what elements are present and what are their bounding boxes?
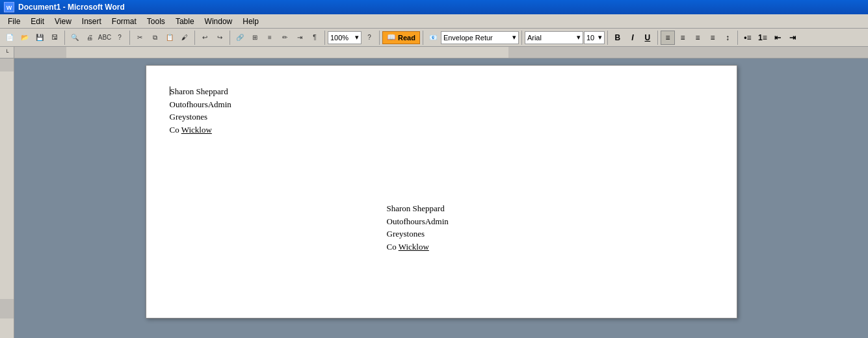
zoom-box[interactable]: 100% ▾ <box>328 31 362 44</box>
sep11 <box>737 31 738 45</box>
sep3 <box>194 31 195 45</box>
sep9 <box>607 31 608 45</box>
return-wicklow: Wicklow <box>181 125 212 135</box>
delivery-line3: Greystones <box>387 228 449 240</box>
main-area: Sharon Sheppard OutofhoursAdmin Greyston… <box>0 58 868 338</box>
sep2 <box>129 31 130 45</box>
return-line1: Sharon Sheppard <box>170 85 231 98</box>
menu-edit[interactable]: Edit <box>25 16 49 27</box>
menu-insert[interactable]: Insert <box>77 16 107 27</box>
show-formatting-button[interactable]: ¶ <box>308 31 322 45</box>
font-dropdown-icon[interactable]: ▾ <box>577 33 581 42</box>
return-line3: Greystones <box>170 110 231 124</box>
envelope-return-text: Envelope Retur <box>443 34 493 42</box>
align-right-button[interactable]: ≡ <box>690 31 705 45</box>
title-bar: W Document1 - Microsoft Word <box>0 0 868 14</box>
justify-button[interactable]: ≡ <box>705 31 720 45</box>
print-preview-button[interactable]: 🔍 <box>68 31 82 45</box>
delivery-line1: Sharon Sheppard <box>387 202 449 215</box>
document-page: Sharon Sheppard OutofhoursAdmin Greyston… <box>146 65 737 318</box>
research-button[interactable]: ? <box>112 31 127 45</box>
sep7 <box>423 31 423 45</box>
toolbar: 📄 📂 💾 🖫 🔍 🖨 ABC ? ✂ ⧉ 📋 🖌 ↩ ↪ 🔗 ⊞ ≡ ✏ ⇥ … <box>0 29 868 47</box>
undo-button[interactable]: ↩ <box>198 31 212 45</box>
help-button[interactable]: ? <box>362 31 376 45</box>
open-button[interactable]: 📂 <box>18 31 32 45</box>
v-ruler <box>0 58 14 338</box>
cut-button[interactable]: ✂ <box>133 31 147 45</box>
sep1 <box>64 31 65 45</box>
print-button[interactable]: 🖨 <box>83 31 97 45</box>
return-address: Sharon Sheppard OutofhoursAdmin Greyston… <box>170 85 231 136</box>
new-button[interactable]: 📄 <box>3 31 17 45</box>
paste-button[interactable]: 📋 <box>163 31 177 45</box>
menu-window[interactable]: Window <box>200 16 238 27</box>
menu-format[interactable]: Format <box>107 16 142 27</box>
svg-rect-5 <box>0 299 14 318</box>
format-painter-button[interactable]: 🖌 <box>178 31 192 45</box>
hyperlink-button[interactable]: 🔗 <box>233 31 247 45</box>
formatting-buttons: B I U <box>611 31 655 45</box>
font-size-box[interactable]: 10 ▾ <box>584 31 605 44</box>
align-center-button[interactable]: ≡ <box>676 31 690 45</box>
drawing-button[interactable]: ✏ <box>278 31 292 45</box>
save-button[interactable]: 💾 <box>33 31 47 45</box>
zoom-value: 100% <box>330 34 349 42</box>
font-name: Arial <box>527 34 542 42</box>
bold-button[interactable]: B <box>611 31 625 45</box>
svg-rect-2 <box>508 47 868 58</box>
v-ruler-ticks <box>0 58 14 318</box>
menu-help[interactable]: Help <box>237 16 264 27</box>
sep10 <box>657 31 658 45</box>
copy-button[interactable]: ⧉ <box>148 31 162 45</box>
delivery-line4: Co Wicklow <box>387 240 449 254</box>
read-icon: 📖 <box>387 33 396 42</box>
ruler-ticks: // drawn via JS below <box>14 47 868 58</box>
delivery-address: Sharon Sheppard OutofhoursAdmin Greyston… <box>387 202 449 253</box>
doc-area[interactable]: Sharon Sheppard OutofhoursAdmin Greyston… <box>14 58 868 338</box>
size-dropdown-icon[interactable]: ▾ <box>598 33 602 42</box>
env-dropdown-icon[interactable]: ▾ <box>512 33 516 42</box>
decrease-indent-button[interactable]: ⇤ <box>770 31 785 45</box>
return-line2: OutofhoursAdmin <box>170 98 231 111</box>
ruler-corner-icon: └ <box>5 49 9 55</box>
font-size-value: 10 <box>586 34 594 42</box>
read-label: Read <box>398 34 415 42</box>
ruler-corner[interactable]: └ <box>0 47 14 58</box>
redo-button[interactable]: ↪ <box>213 31 227 45</box>
title-text: Document1 - Microsoft Word <box>18 3 125 12</box>
italic-button[interactable]: I <box>625 31 640 45</box>
menu-view[interactable]: View <box>49 16 77 27</box>
sep6 <box>379 31 380 45</box>
zoom-dropdown-icon[interactable]: ▾ <box>355 33 359 42</box>
align-left-button[interactable]: ≡ <box>661 31 675 45</box>
bullets-button[interactable]: •≡ <box>741 31 755 45</box>
increase-indent-button[interactable]: ⇥ <box>785 31 800 45</box>
svg-rect-3 <box>0 58 14 318</box>
sep4 <box>230 31 230 45</box>
numbering-button[interactable]: 1≡ <box>756 31 770 45</box>
ruler: └ // drawn via JS below <box>0 47 868 58</box>
save-as-button[interactable]: 🖫 <box>47 31 62 45</box>
font-box[interactable]: Arial ▾ <box>525 31 583 44</box>
columns-button[interactable]: ≡ <box>263 31 277 45</box>
delivery-wicklow: Wicklow <box>399 242 429 252</box>
read-button[interactable]: 📖 Read <box>382 31 420 44</box>
spell-button[interactable]: ABC <box>98 31 112 45</box>
delivery-line2: OutofhoursAdmin <box>387 215 449 228</box>
ruler-body: // drawn via JS below <box>14 47 868 58</box>
menu-file[interactable]: File <box>3 16 25 27</box>
envelope-icon: 📧 <box>426 31 440 45</box>
underline-button[interactable]: U <box>640 31 655 45</box>
menu-tools[interactable]: Tools <box>142 16 170 27</box>
sep5 <box>324 31 325 45</box>
indent-button[interactable]: ⇥ <box>293 31 307 45</box>
line-spacing-button[interactable]: ↕ <box>720 31 735 45</box>
return-line4: Co Wicklow <box>170 124 231 136</box>
envelope-return-box[interactable]: Envelope Retur ▾ <box>441 31 519 44</box>
table-button[interactable]: ⊞ <box>248 31 262 45</box>
svg-rect-4 <box>0 58 14 72</box>
svg-rect-1 <box>14 47 66 58</box>
menu-table[interactable]: Table <box>170 16 200 27</box>
sep8 <box>521 31 522 45</box>
